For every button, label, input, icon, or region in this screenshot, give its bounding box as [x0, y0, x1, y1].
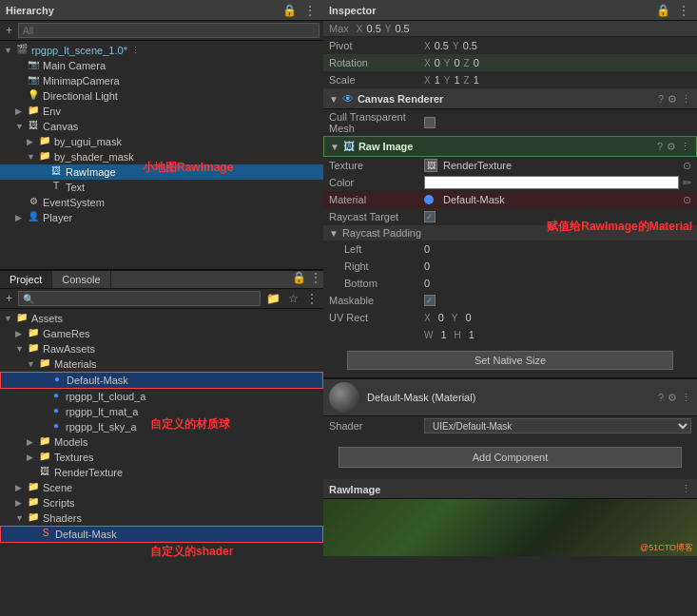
- rawimage-component-header: ▼ 🖼 Raw Image ? ⚙ ⋮: [323, 136, 697, 157]
- assets-root-item[interactable]: ▼ 📁 Assets: [0, 311, 323, 326]
- material-menu-icon[interactable]: ⋮: [681, 392, 691, 404]
- lock-icon[interactable]: 🔒: [281, 4, 299, 17]
- hierarchy-item-minimap-camera[interactable]: 📷 MinimapCamera: [0, 73, 323, 88]
- hierarchy-item-eventsystem[interactable]: ⚙ EventSystem: [0, 195, 323, 210]
- inspector-menu-icon[interactable]: ⋮: [676, 4, 691, 17]
- project-panel: Project Console 🔒 ⋮ + 📁 ☆ ⋮ ▼ 📁 Assets ▶: [0, 271, 323, 616]
- filter-icon[interactable]: ⋮: [304, 292, 319, 305]
- raycast-padding-foldout[interactable]: ▼ Raycast Padding: [323, 225, 697, 241]
- material-settings-icon[interactable]: ⚙: [668, 392, 677, 404]
- hierarchy-header: Hierarchy 🔒 ⋮: [0, 0, 323, 21]
- canvas-renderer-header: ▼ 👁 Canvas Renderer ? ⚙ ⋮: [323, 88, 697, 109]
- project-menu-icon[interactable]: ⋮: [308, 271, 323, 288]
- rotation-y: 0: [454, 57, 459, 68]
- maskable-checkbox[interactable]: ✓: [424, 295, 436, 306]
- pivot-row: Pivot X 0.5 Y 0.5: [323, 37, 697, 54]
- hierarchy-search-input[interactable]: [18, 23, 319, 38]
- uv-h: 1: [469, 329, 474, 340]
- hierarchy-item-scene[interactable]: ▼ 🎬 rpgpp_lt_scene_1.0* ⋮: [0, 43, 323, 58]
- hierarchy-item-shader-mask[interactable]: ▼ 📁 by_shader_mask: [0, 149, 323, 164]
- gameres-label: GameRes: [43, 328, 90, 339]
- hierarchy-search-bar: +: [0, 21, 323, 41]
- texture-picker-icon[interactable]: ⊙: [683, 160, 691, 172]
- inspector-content: Max X 0.5 Y 0.5 Pivot X 0.5 Y 0.5 Rotati…: [323, 21, 697, 616]
- rawassets-icon: 📁: [27, 342, 40, 356]
- create-icon[interactable]: +: [4, 292, 14, 305]
- material-component-name: Default-Mask (Material): [367, 392, 658, 403]
- hierarchy-item-text[interactable]: T Text: [0, 180, 323, 195]
- minimap-camera-label: MinimapCamera: [43, 75, 120, 87]
- hierarchy-item-ugui-mask[interactable]: ▶ 📁 by_ugui_mask: [0, 134, 323, 149]
- shader-mask-icon: 📁: [38, 150, 51, 164]
- menu-icon[interactable]: ⋮: [302, 4, 318, 17]
- hierarchy-item-canvas[interactable]: ▼ 🖼 Canvas: [0, 119, 323, 134]
- scripts-item[interactable]: ▶ 📁 Scripts: [0, 495, 323, 510]
- project-search-input[interactable]: [18, 291, 261, 306]
- shader-select[interactable]: UIEx/Default-Mask: [424, 418, 691, 433]
- hierarchy-item-directional-light[interactable]: 💡 Directional Light: [0, 88, 323, 104]
- rawimage-bottom-menu[interactable]: ⋮: [681, 483, 691, 495]
- raycast-target-checkbox[interactable]: ✓: [424, 211, 436, 222]
- hierarchy-item-env[interactable]: ▶ 📁 Env: [0, 104, 323, 119]
- inspector-title: Inspector: [329, 5, 377, 16]
- shaders-item[interactable]: ▼ 📁 Shaders: [0, 510, 323, 526]
- color-label: Color: [329, 177, 424, 188]
- canvas-renderer-arrow[interactable]: ▼: [329, 94, 339, 105]
- inspector-lock-icon[interactable]: 🔒: [654, 4, 672, 17]
- color-edit-icon[interactable]: ✏: [683, 177, 691, 189]
- hierarchy-title: Hierarchy: [6, 5, 54, 16]
- rawimage-arrow[interactable]: ▼: [330, 142, 339, 152]
- shaders-folder-icon: 📁: [27, 511, 40, 525]
- canvas-settings-icon[interactable]: ⚙: [668, 93, 677, 106]
- star-icon[interactable]: ☆: [286, 292, 300, 305]
- hierarchy-item-player[interactable]: ▶ 👤 Player: [0, 210, 323, 225]
- rendertexture-item[interactable]: 🖼 RenderTexture: [0, 465, 323, 480]
- scene-menu[interactable]: ⋮: [131, 46, 140, 55]
- canvas-menu-icon[interactable]: ⋮: [681, 93, 691, 106]
- rpgpp-sky-label: rpgpp_lt_sky_a: [66, 421, 137, 433]
- rawimage-settings-icon[interactable]: ⚙: [667, 141, 676, 153]
- rawassets-item[interactable]: ▼ 📁 RawAssets: [0, 341, 323, 356]
- materials-item[interactable]: ▼ 📁 Materials: [0, 356, 323, 372]
- uv-wh-group: W 1 H 1: [424, 329, 474, 340]
- max-y: 0.5: [395, 23, 409, 34]
- canvas-help-icon[interactable]: ?: [658, 93, 664, 106]
- set-native-size-button[interactable]: Set Native Size: [347, 351, 673, 370]
- hierarchy-item-rawimage[interactable]: 🖼 RawImage: [0, 164, 323, 180]
- console-tab[interactable]: Console: [52, 271, 110, 288]
- rawimage-menu-icon[interactable]: ⋮: [680, 141, 690, 153]
- texture-row: Texture 🖼 RenderTexture ⊙: [323, 157, 697, 174]
- env-icon: 📁: [27, 105, 40, 118]
- scene-item[interactable]: ▶ 📁 Scene: [0, 480, 323, 495]
- textures-label: Textures: [54, 452, 94, 463]
- models-item[interactable]: ▶ 📁 Models: [0, 434, 323, 450]
- rpgpp-cloud-item[interactable]: ● rpgpp_lt_cloud_a: [0, 389, 323, 404]
- uv-y: 0: [465, 312, 471, 323]
- default-mask-item[interactable]: ● Default-Mask: [0, 372, 323, 389]
- default-mask-shader-item[interactable]: S Default-Mask: [0, 526, 323, 543]
- add-component-button[interactable]: Add Component: [339, 447, 683, 468]
- left-row: Left 0: [323, 241, 697, 258]
- material-picker-icon[interactable]: ⊙: [683, 194, 691, 206]
- gameres-item[interactable]: ▶ 📁 GameRes: [0, 326, 323, 341]
- textures-item[interactable]: ▶ 📁 Textures: [0, 450, 323, 465]
- cull-transparent-label: Cull Transparent Mesh: [329, 111, 424, 134]
- rpgpp-cloud-label: rpgpp_lt_cloud_a: [66, 391, 145, 402]
- cull-transparent-checkbox[interactable]: [424, 117, 436, 128]
- rpgpp-sky-item[interactable]: ● rpgpp_lt_sky_a: [0, 419, 323, 434]
- rawimage-help-icon[interactable]: ?: [657, 141, 663, 153]
- directional-light-label: Directional Light: [43, 90, 118, 102]
- hierarchy-item-main-camera[interactable]: 📷 Main Camera: [0, 58, 323, 73]
- plus-icon[interactable]: +: [4, 24, 14, 37]
- color-swatch[interactable]: [424, 176, 679, 189]
- pivot-x: 0.5: [435, 40, 449, 51]
- rpgpp-mat-item[interactable]: ● rpgpp_lt_mat_a: [0, 404, 323, 419]
- shader-icon: S: [39, 528, 52, 541]
- project-lock-icon[interactable]: 🔒: [290, 271, 308, 288]
- material-help-icon[interactable]: ?: [658, 392, 664, 404]
- rawimage-component-icons: ? ⚙ ⋮: [657, 141, 690, 153]
- project-tab[interactable]: Project: [0, 271, 52, 288]
- folder-icon[interactable]: 📁: [264, 292, 282, 305]
- models-icon: 📁: [38, 435, 51, 449]
- scale-row: Scale X 1 Y 1 Z 1: [323, 71, 697, 88]
